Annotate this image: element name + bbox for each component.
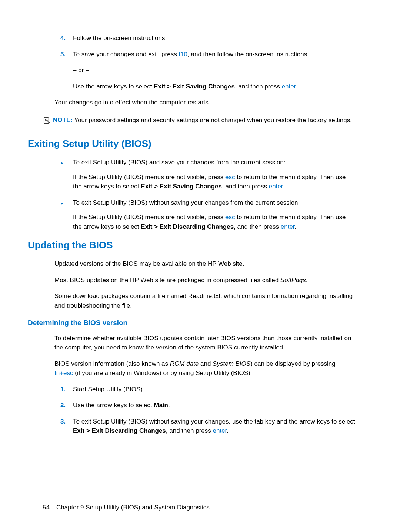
heading-updating-bios: Updating the BIOS xyxy=(28,238,356,252)
det-step-3: 3. To exit Setup Utility (BIOS) without … xyxy=(60,417,356,436)
bullet-marker: ● xyxy=(60,198,73,208)
note-text: NOTE: Your password settings and securit… xyxy=(53,116,356,127)
det-step-1: 1. Start Setup Utility (BIOS). xyxy=(60,385,356,394)
term: System BIOS xyxy=(213,360,250,367)
step-text: To save your changes and exit, press f10… xyxy=(73,50,356,59)
heading-exiting-setup: Exiting Setup Utility (BIOS) xyxy=(28,137,356,151)
menu-name: Main xyxy=(154,402,168,409)
note-callout: NOTE: Your password settings and securit… xyxy=(43,114,356,129)
text: . xyxy=(283,183,284,190)
step-number: 2. xyxy=(60,401,73,410)
paragraph: Some download packages contain a file na… xyxy=(54,291,356,310)
note-label: NOTE: xyxy=(53,117,73,124)
key-token: f10 xyxy=(179,51,187,58)
text: To exit Setup Utility (BIOS) without sav… xyxy=(73,418,355,425)
menu-path: Exit > Exit Discarding Changes xyxy=(73,427,166,434)
menu-path: Exit > Exit Saving Changes xyxy=(141,183,222,190)
text: If the Setup Utility (BIOS) menus are no… xyxy=(73,214,225,221)
term: ROM date xyxy=(170,360,199,367)
key-token: enter xyxy=(213,427,227,434)
text: , and then press xyxy=(235,83,282,90)
text: ) can be displayed by pressing xyxy=(250,360,336,367)
bullet-text: To exit Setup Utility (BIOS) and save yo… xyxy=(73,158,356,167)
key-token: enter xyxy=(269,183,283,190)
key-token: enter xyxy=(281,223,295,230)
text: Most BIOS updates on the HP Web site are… xyxy=(54,277,280,284)
step-number: 3. xyxy=(60,417,73,436)
text: (if you are already in Windows) or by us… xyxy=(73,369,252,377)
bullet-exit-nosave: ● To exit Setup Utility (BIOS) without s… xyxy=(60,198,356,208)
bullet-sub-text: If the Setup Utility (BIOS) menus are no… xyxy=(73,173,356,191)
key-token: esc xyxy=(225,214,235,221)
step-number: 5. xyxy=(60,50,73,59)
alt-instruction: Use the arrow keys to select Exit > Exit… xyxy=(73,82,356,91)
heading-determining-version: Determining the BIOS version xyxy=(28,318,356,328)
page-footer: 54Chapter 9 Setup Utility (BIOS) and Sys… xyxy=(43,503,210,512)
text: Your password settings and security sett… xyxy=(74,117,352,124)
bullet-exit-save: ● To exit Setup Utility (BIOS) and save … xyxy=(60,158,356,167)
text: , and then press xyxy=(234,223,281,230)
key-token: fn+esc xyxy=(54,369,73,377)
text: . xyxy=(168,402,170,409)
key-token: esc xyxy=(225,174,235,181)
svg-point-2 xyxy=(46,117,47,117)
text: , and then press xyxy=(166,427,213,434)
text: If the Setup Utility (BIOS) menus are no… xyxy=(73,174,225,181)
step-text: To exit Setup Utility (BIOS) without sav… xyxy=(73,417,356,436)
step-5: 5. To save your changes and exit, press … xyxy=(60,50,356,59)
svg-point-3 xyxy=(47,117,48,117)
note-icon xyxy=(43,116,53,127)
menu-path: Exit > Exit Discarding Changes xyxy=(141,223,234,230)
text: , and then follow the on-screen instruct… xyxy=(187,51,309,58)
key-token: enter xyxy=(282,83,296,90)
text: BIOS version information (also known as xyxy=(54,360,170,367)
text: . xyxy=(295,223,297,230)
bullet-marker: ● xyxy=(60,158,73,167)
page-number: 54 xyxy=(43,504,50,511)
svg-rect-0 xyxy=(44,117,49,123)
bullet-text: To exit Setup Utility (BIOS) without sav… xyxy=(73,198,356,208)
text: Use the arrow keys to select xyxy=(73,402,154,409)
text: . xyxy=(296,83,297,90)
step-text: Start Setup Utility (BIOS). xyxy=(73,385,356,394)
svg-point-1 xyxy=(44,117,45,117)
or-divider: – or – xyxy=(73,66,356,75)
bullet-sub-text: If the Setup Utility (BIOS) menus are no… xyxy=(73,213,356,231)
text: , and then press xyxy=(222,183,269,190)
step-text: Use the arrow keys to select Main. xyxy=(73,401,356,410)
text: and xyxy=(199,360,213,367)
text: Use the arrow keys to select xyxy=(73,83,154,90)
paragraph: BIOS version information (also known as … xyxy=(54,359,356,378)
step-4: 4. Follow the on-screen instructions. xyxy=(60,33,356,43)
menu-path: Exit > Exit Saving Changes xyxy=(154,83,235,90)
text: . xyxy=(306,277,308,284)
restart-note: Your changes go into effect when the com… xyxy=(54,98,356,107)
term: SoftPaqs xyxy=(280,277,306,284)
paragraph: Updated versions of the BIOS may be avai… xyxy=(54,259,356,269)
step-number: 4. xyxy=(60,33,73,43)
text: . xyxy=(227,427,229,434)
step-number: 1. xyxy=(60,385,73,394)
text: To save your changes and exit, press xyxy=(73,51,179,58)
det-step-2: 2. Use the arrow keys to select Main. xyxy=(60,401,356,410)
paragraph: Most BIOS updates on the HP Web site are… xyxy=(54,275,356,285)
step-text: Follow the on-screen instructions. xyxy=(73,33,356,43)
document-page: 4. Follow the on-screen instructions. 5.… xyxy=(0,0,400,436)
paragraph: To determine whether available BIOS upda… xyxy=(54,334,356,352)
chapter-label: Chapter 9 Setup Utility (BIOS) and Syste… xyxy=(56,504,210,511)
